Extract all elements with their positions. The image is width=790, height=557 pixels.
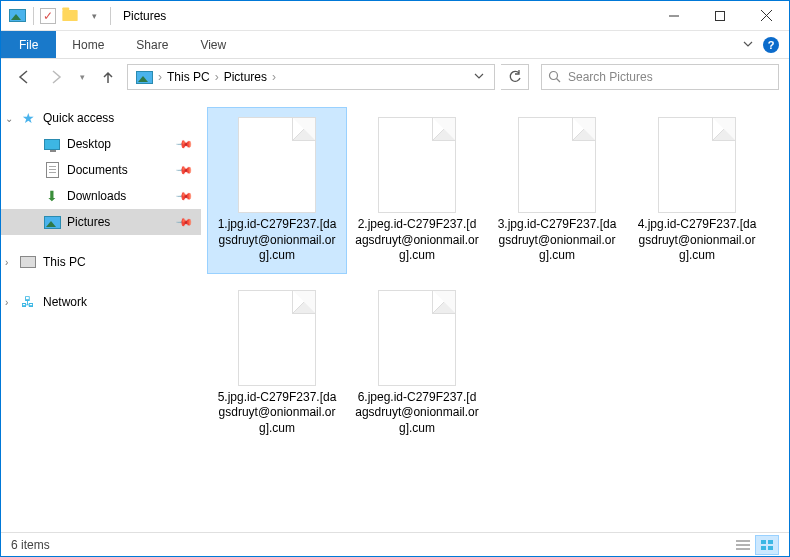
- search-input[interactable]: [568, 70, 772, 84]
- breadcrumb-this-pc[interactable]: This PC: [163, 70, 214, 84]
- chevron-right-icon[interactable]: ›: [158, 70, 162, 84]
- nav-label: Documents: [67, 163, 128, 177]
- tab-share[interactable]: Share: [120, 31, 184, 58]
- window-title: Pictures: [123, 9, 166, 23]
- file-tab[interactable]: File: [1, 31, 56, 58]
- nav-label: Network: [43, 295, 87, 309]
- chevron-right-icon[interactable]: ›: [5, 257, 8, 268]
- ribbon: File Home Share View ?: [1, 31, 789, 59]
- chevron-right-icon[interactable]: ›: [272, 70, 276, 84]
- nav-item-documents[interactable]: Documents 📌: [1, 157, 201, 183]
- help-icon[interactable]: ?: [763, 37, 779, 53]
- file-item[interactable]: 3.jpg.id-C279F237.[dagsdruyt@onionmail.o…: [487, 107, 627, 274]
- tab-home[interactable]: Home: [56, 31, 120, 58]
- nav-item-desktop[interactable]: Desktop 📌: [1, 131, 201, 157]
- titlebar: ✓ ▾ Pictures: [1, 1, 789, 31]
- maximize-button[interactable]: [697, 1, 743, 31]
- close-button[interactable]: [743, 1, 789, 31]
- file-item[interactable]: 6.jpeg.id-C279F237.[dagsdruyt@onionmail.…: [347, 280, 487, 447]
- network-icon: 🖧: [19, 294, 37, 310]
- status-count: 6 items: [11, 538, 50, 552]
- pin-icon: 📌: [174, 134, 193, 153]
- nav-quick-access[interactable]: ⌄ ★ Quick access: [1, 105, 201, 131]
- back-button[interactable]: [11, 64, 37, 90]
- pin-icon: 📌: [174, 212, 193, 231]
- qat-checkbox-icon[interactable]: ✓: [40, 8, 56, 24]
- pin-icon: 📌: [174, 186, 193, 205]
- file-thumb-icon: [238, 117, 316, 213]
- nav-item-pictures[interactable]: Pictures 📌: [1, 209, 201, 235]
- breadcrumb-root-icon[interactable]: [132, 71, 157, 84]
- svg-rect-1: [716, 11, 725, 20]
- pictures-icon: [43, 214, 61, 230]
- search-icon: [548, 70, 562, 84]
- ribbon-expand-icon[interactable]: [743, 38, 753, 52]
- file-thumb-icon: [518, 117, 596, 213]
- monitor-icon: [43, 136, 61, 152]
- file-name: 1.jpg.id-C279F237.[dagsdruyt@onionmail.o…: [211, 217, 343, 264]
- file-thumb-icon: [378, 290, 456, 386]
- file-name: 2.jpeg.id-C279F237.[dagsdruyt@onionmail.…: [351, 217, 483, 264]
- file-item[interactable]: 5.jpg.id-C279F237.[dagsdruyt@onionmail.o…: [207, 280, 347, 447]
- download-icon: ⬇: [43, 188, 61, 204]
- file-thumb-icon: [658, 117, 736, 213]
- nav-label: Desktop: [67, 137, 111, 151]
- svg-rect-11: [761, 546, 766, 550]
- recent-dropdown-icon[interactable]: ▾: [75, 64, 89, 90]
- svg-rect-9: [761, 540, 766, 544]
- file-item[interactable]: 4.jpg.id-C279F237.[dagsdruyt@onionmail.o…: [627, 107, 767, 274]
- nav-this-pc[interactable]: › This PC: [1, 249, 201, 275]
- svg-line-5: [557, 79, 561, 83]
- svg-point-4: [550, 72, 558, 80]
- nav-label: Quick access: [43, 111, 114, 125]
- address-bar[interactable]: › This PC › Pictures ›: [127, 64, 495, 90]
- address-dropdown-icon[interactable]: [468, 70, 490, 84]
- nav-label: Pictures: [67, 215, 110, 229]
- file-item[interactable]: 1.jpg.id-C279F237.[dagsdruyt@onionmail.o…: [207, 107, 347, 274]
- document-icon: [43, 162, 61, 178]
- status-bar: 6 items: [1, 532, 789, 556]
- chevron-right-icon[interactable]: ›: [5, 297, 8, 308]
- minimize-button[interactable]: [651, 1, 697, 31]
- up-button[interactable]: [95, 64, 121, 90]
- nav-label: Downloads: [67, 189, 126, 203]
- content-pane[interactable]: 1.jpg.id-C279F237.[dagsdruyt@onionmail.o…: [201, 95, 789, 532]
- file-thumb-icon: [378, 117, 456, 213]
- pin-icon: 📌: [174, 160, 193, 179]
- search-box[interactable]: [541, 64, 779, 90]
- nav-item-downloads[interactable]: ⬇ Downloads 📌: [1, 183, 201, 209]
- file-item[interactable]: 2.jpeg.id-C279F237.[dagsdruyt@onionmail.…: [347, 107, 487, 274]
- svg-rect-12: [768, 546, 773, 550]
- chevron-down-icon[interactable]: ⌄: [5, 113, 13, 124]
- tab-view[interactable]: View: [184, 31, 242, 58]
- forward-button[interactable]: [43, 64, 69, 90]
- file-name: 5.jpg.id-C279F237.[dagsdruyt@onionmail.o…: [211, 390, 343, 437]
- file-name: 4.jpg.id-C279F237.[dagsdruyt@onionmail.o…: [631, 217, 763, 264]
- nav-label: This PC: [43, 255, 86, 269]
- breadcrumb-pictures[interactable]: Pictures: [220, 70, 271, 84]
- svg-rect-10: [768, 540, 773, 544]
- app-icon: [7, 7, 27, 25]
- view-icons-button[interactable]: [755, 535, 779, 555]
- file-name: 6.jpeg.id-C279F237.[dagsdruyt@onionmail.…: [351, 390, 483, 437]
- qat-folder-icon[interactable]: [60, 7, 80, 25]
- nav-network[interactable]: › 🖧 Network: [1, 289, 201, 315]
- pc-icon: [19, 254, 37, 270]
- refresh-button[interactable]: [501, 64, 529, 90]
- star-icon: ★: [19, 110, 37, 126]
- view-details-button[interactable]: [731, 535, 755, 555]
- file-name: 3.jpg.id-C279F237.[dagsdruyt@onionmail.o…: [491, 217, 623, 264]
- address-row: ▾ › This PC › Pictures ›: [1, 59, 789, 95]
- navigation-pane: ⌄ ★ Quick access Desktop 📌 Documents 📌 ⬇…: [1, 95, 201, 532]
- qat-dropdown-icon[interactable]: ▾: [84, 7, 104, 25]
- file-thumb-icon: [238, 290, 316, 386]
- chevron-right-icon[interactable]: ›: [215, 70, 219, 84]
